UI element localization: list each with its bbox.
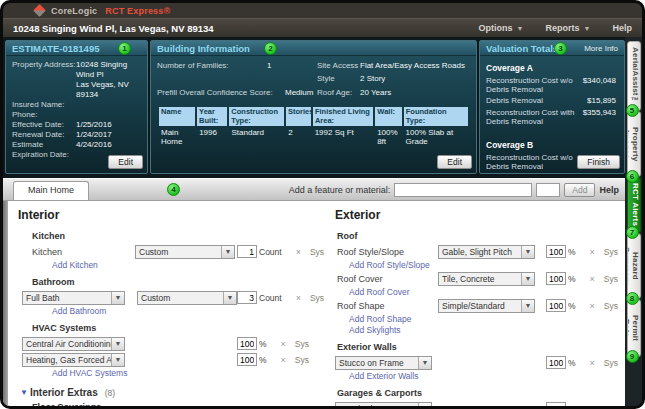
kitchen-count-input[interactable] [237, 245, 257, 258]
kitchen-row: Kitchen Custom▼ Count × Sys [22, 244, 330, 259]
roof-shape-select[interactable]: Simple/Standard▼ [438, 299, 535, 313]
tab-permit-data[interactable]: Permit Data [627, 299, 641, 357]
building-edit-button[interactable]: Edit [437, 155, 472, 169]
bathroom-style-select[interactable]: Full Bath▼ [22, 291, 125, 305]
tab-aerialassist[interactable]: AerialAssist™ [627, 41, 641, 111]
percent-suffix: % [568, 301, 576, 311]
walls-pct-input[interactable] [546, 356, 566, 369]
hvac-pct-input[interactable] [237, 337, 257, 350]
interior-extras-heading: Interior Extras [30, 387, 98, 398]
structure-tab-bar: Main Home 4 Add a feature or material: A… [3, 178, 625, 201]
help-menu[interactable]: Help [612, 23, 632, 33]
field-label: Roof Age: [317, 88, 352, 98]
add-kitchen-link[interactable]: Add Kitchen [52, 260, 330, 270]
kitchen-heading: Kitchen [32, 231, 330, 241]
garages-row: Attached Garage, 2 Car▼ Count × Sys [335, 401, 625, 406]
field-label: Estimate Expiration Date: [12, 140, 76, 160]
remove-icon[interactable]: × [590, 274, 595, 284]
hvac-row: Heating, Gas Forced Air▼ % × Sys [22, 352, 330, 367]
field-label: Renewal Date: [12, 130, 76, 140]
field-value: 1 [267, 61, 271, 71]
tab-hazard-summary[interactable]: Hazard Summary [627, 233, 641, 299]
valuation-row: Reconstruction Cost with Debris Removal$… [486, 108, 618, 126]
remove-icon[interactable]: × [281, 339, 286, 349]
add-skylights-link[interactable]: Add Skylights [349, 325, 625, 335]
roof-cover-select[interactable]: Tile, Concrete▼ [438, 272, 535, 286]
tab-rct-alerts[interactable]: RCT Alerts [627, 177, 641, 233]
help-link[interactable]: Help [599, 185, 619, 195]
add-roof-style-link[interactable]: Add Roof Style/Slope [349, 260, 625, 270]
estimate-details: Property Address:10248 Singing Wind Pl L… [6, 56, 147, 164]
field-value: 1/24/2017 [76, 130, 112, 140]
remove-icon[interactable]: × [296, 293, 301, 303]
sys-label: Sys [295, 339, 309, 349]
floor-coverings-heading: Floor Coverings [32, 402, 330, 406]
bathroom-type-select[interactable]: Custom▼ [137, 291, 237, 305]
building-summary: Number of Families: 1 Site Access Flat A… [157, 61, 470, 105]
roof-style-pct-input[interactable] [546, 245, 566, 258]
step-badge-8: 8 [626, 292, 639, 305]
exterior-title: Exterior [335, 208, 625, 222]
add-hvac-link[interactable]: Add HVAC Systems [52, 368, 330, 378]
reports-menu[interactable]: Reports▼ [546, 23, 591, 33]
feature-count-input[interactable] [536, 183, 560, 197]
step-badge-9: 9 [626, 350, 639, 363]
add-feature-button[interactable]: Add [564, 183, 595, 197]
remove-icon[interactable]: × [296, 247, 301, 257]
remove-icon[interactable]: × [281, 355, 286, 365]
field-value: 1/25/2016 [76, 120, 112, 130]
garage-count-input[interactable] [546, 402, 566, 406]
field-value: 2 Story [360, 74, 385, 84]
roof-shape-pct-input[interactable] [546, 299, 566, 312]
hvac-select[interactable]: Heating, Gas Forced Air▼ [22, 353, 125, 367]
hvac-select[interactable]: Central Air Conditioning, Same Ducts▼ [22, 337, 125, 351]
valuation-panel-header: Valuation Totals 3 More Info [480, 41, 624, 56]
valuation-value: $340,048 [578, 76, 618, 94]
garages-heading: Garages & Carports [337, 388, 625, 398]
remove-icon[interactable]: × [590, 358, 595, 368]
roof-cover-pct-input[interactable] [546, 272, 566, 285]
estimate-panel: ESTIMATE-0181495 1 Property Address:1024… [5, 40, 148, 174]
percent-suffix: % [259, 339, 267, 349]
interior-title: Interior [18, 208, 330, 222]
valuation-label: Reconstruction Cost w/o Debris Removal [486, 153, 578, 171]
add-roof-cover-link[interactable]: Add Roof Cover [349, 287, 625, 297]
add-exterior-walls-link[interactable]: Add Exterior Walls [349, 371, 625, 381]
remove-icon[interactable]: × [605, 404, 610, 407]
chevron-down-icon: ▼ [521, 273, 534, 285]
finish-button[interactable]: Finish [577, 155, 620, 169]
valuation-value: $15,895 [578, 96, 618, 106]
tab-main-home[interactable]: Main Home [13, 181, 89, 200]
sys-label: Sys [310, 293, 324, 303]
hvac-row: Central Air Conditioning, Same Ducts▼ % … [22, 336, 330, 351]
field-value: 20 Years [360, 88, 391, 98]
remove-icon[interactable]: × [590, 247, 595, 257]
building-title: Building Information [157, 43, 250, 54]
sys-label: Sys [604, 247, 618, 257]
bathroom-count-input[interactable] [237, 291, 257, 304]
exterior-walls-select[interactable]: Stucco on Frame▼ [335, 356, 432, 370]
interior-extras-toggle[interactable]: ▼ Interior Extras (8) [20, 387, 330, 398]
hvac-pct-input[interactable] [237, 353, 257, 366]
tab-property-images[interactable]: Property Images [627, 111, 641, 177]
more-info-link[interactable]: More Info [584, 44, 618, 53]
valuation-row: Reconstruction Cost w/o Debris Removal$3… [486, 76, 618, 94]
add-roof-shape-link[interactable]: Add Roof Shape [349, 314, 625, 324]
valuation-title: Valuation Totals [486, 43, 558, 54]
building-table: Name Year Built: Construction Type: Stor… [159, 107, 468, 149]
options-menu[interactable]: Options▼ [479, 23, 524, 33]
kitchen-type-select[interactable]: Custom▼ [135, 245, 235, 259]
field-label: Property Address: [12, 60, 76, 100]
building-info-panel: Building Information 2 Number of Familie… [150, 40, 477, 174]
select-value: Stucco on Frame [336, 358, 418, 368]
feature-search-input[interactable] [394, 183, 532, 197]
building-panel-header: Building Information 2 [151, 41, 476, 56]
step-badge-3: 3 [554, 42, 567, 55]
garages-select[interactable]: Attached Garage, 2 Car▼ [335, 402, 432, 407]
hvac-heading: HVAC Systems [32, 323, 330, 333]
roof-style-select[interactable]: Gable, Slight Pitch▼ [438, 245, 535, 259]
estimate-edit-button[interactable]: Edit [108, 155, 143, 169]
remove-icon[interactable]: × [590, 301, 595, 311]
add-bathroom-link[interactable]: Add Bathroom [52, 306, 330, 316]
bathroom-heading: Bathroom [32, 277, 330, 287]
